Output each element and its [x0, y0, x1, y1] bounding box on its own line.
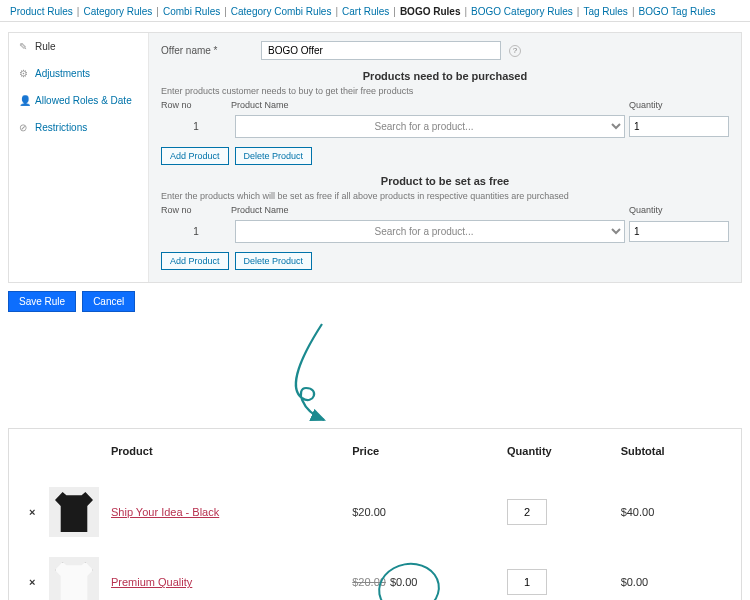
row-number: 1 [161, 121, 231, 132]
adjustments-icon: ⚙ [19, 68, 29, 79]
shirt-icon [55, 562, 93, 600]
cart-col-price: Price [346, 437, 501, 477]
cart-col-qty: Quantity [501, 437, 615, 477]
current-price: $20.00 [352, 506, 386, 518]
rule-icon: ✎ [19, 41, 29, 52]
tab-category-combi-rules[interactable]: Category Combi Rules [229, 6, 334, 17]
free-row: 1 Search for a product... [161, 217, 729, 246]
delete-product-button[interactable]: Delete Product [235, 147, 313, 165]
offer-name-label: Offer name * [161, 45, 261, 56]
allowed-roles-date-icon: 👤 [19, 95, 29, 106]
product-select[interactable]: Search for a product... [235, 220, 625, 243]
sidebar-item-label: Rule [35, 41, 56, 52]
product-link[interactable]: Ship Your Idea - Black [111, 506, 219, 518]
free-hint: Enter the products which will be set as … [161, 191, 729, 201]
purchase-row: 1 Search for a product... [161, 112, 729, 141]
purchase-hint: Enter products customer needs to buy to … [161, 86, 729, 96]
remove-item-button[interactable]: × [23, 477, 43, 547]
tab-product-rules[interactable]: Product Rules [8, 6, 75, 17]
tab-category-rules[interactable]: Category Rules [81, 6, 154, 17]
col-product-name: Product Name [231, 100, 629, 110]
original-price: $20.00 [352, 576, 386, 588]
rule-sidebar: ✎Rule⚙Adjustments👤Allowed Roles & Date⊘R… [9, 33, 149, 282]
add-product-button[interactable]: Add Product [161, 147, 229, 165]
sidebar-item-rule[interactable]: ✎Rule [9, 33, 148, 60]
free-section-title: Product to be set as free [161, 175, 729, 187]
col-product-name: Product Name [231, 205, 629, 215]
free-table: Row no Product Name Quantity 1 Search fo… [161, 203, 729, 270]
purchase-table: Row no Product Name Quantity 1 Search fo… [161, 98, 729, 165]
product-link[interactable]: Premium Quality [111, 576, 192, 588]
cart-preview: Product Price Quantity Subtotal ×Ship Yo… [8, 428, 742, 600]
tab-combi-rules[interactable]: Combi Rules [161, 6, 222, 17]
product-thumbnail [49, 557, 99, 600]
offer-name-row: Offer name * ? [161, 41, 729, 60]
sidebar-item-label: Restrictions [35, 122, 87, 133]
sidebar-item-restrictions[interactable]: ⊘Restrictions [9, 114, 148, 141]
shirt-icon [55, 492, 93, 532]
offer-name-input[interactable] [261, 41, 501, 60]
price-cell: $20.00 [346, 477, 501, 547]
remove-item-button[interactable]: × [23, 547, 43, 600]
price-cell: $20.00$0.00 [346, 547, 501, 600]
cancel-button[interactable]: Cancel [82, 291, 135, 312]
tab-tag-rules[interactable]: Tag Rules [581, 6, 629, 17]
purchase-section-title: Products need to be purchased [161, 70, 729, 82]
col-qty: Quantity [629, 100, 729, 110]
tab-cart-rules[interactable]: Cart Rules [340, 6, 391, 17]
rule-config: Offer name * ? Products need to be purch… [149, 33, 741, 282]
qty-input[interactable] [629, 116, 729, 137]
add-product-button[interactable]: Add Product [161, 252, 229, 270]
annotation-arrow [0, 328, 750, 428]
sidebar-item-adjustments[interactable]: ⚙Adjustments [9, 60, 148, 87]
tab-bogo-tag-rules[interactable]: BOGO Tag Rules [636, 6, 717, 17]
row-number: 1 [161, 226, 231, 237]
subtotal-cell: $40.00 [615, 477, 727, 547]
help-icon[interactable]: ? [509, 45, 521, 57]
save-rule-button[interactable]: Save Rule [8, 291, 76, 312]
sidebar-item-allowed-roles-date[interactable]: 👤Allowed Roles & Date [9, 87, 148, 114]
cart-row: ×Ship Your Idea - Black$20.00$40.00 [23, 477, 727, 547]
cart-qty-input[interactable] [507, 499, 547, 525]
col-rowno: Row no [161, 100, 231, 110]
restrictions-icon: ⊘ [19, 122, 29, 133]
cart-row: ×Premium Quality$20.00$0.00$0.00 [23, 547, 727, 600]
qty-input[interactable] [629, 221, 729, 242]
sidebar-item-label: Adjustments [35, 68, 90, 79]
cart-col-subtotal: Subtotal [615, 437, 727, 477]
footer-actions: Save Rule Cancel [8, 291, 742, 312]
product-select[interactable]: Search for a product... [235, 115, 625, 138]
cart-preview-wrap: Product Price Quantity Subtotal ×Ship Yo… [0, 428, 750, 600]
rule-panel: ✎Rule⚙Adjustments👤Allowed Roles & Date⊘R… [8, 32, 742, 283]
col-rowno: Row no [161, 205, 231, 215]
subtotal-cell: $0.00 [615, 547, 727, 600]
rule-tabs: Product Rules|Category Rules|Combi Rules… [0, 0, 750, 22]
sidebar-item-label: Allowed Roles & Date [35, 95, 132, 106]
delete-product-button[interactable]: Delete Product [235, 252, 313, 270]
cart-qty-input[interactable] [507, 569, 547, 595]
product-thumbnail [49, 487, 99, 537]
col-qty: Quantity [629, 205, 729, 215]
cart-col-product: Product [105, 437, 346, 477]
current-price: $0.00 [390, 576, 418, 588]
tab-bogo-category-rules[interactable]: BOGO Category Rules [469, 6, 575, 17]
tab-bogo-rules[interactable]: BOGO Rules [398, 6, 463, 17]
